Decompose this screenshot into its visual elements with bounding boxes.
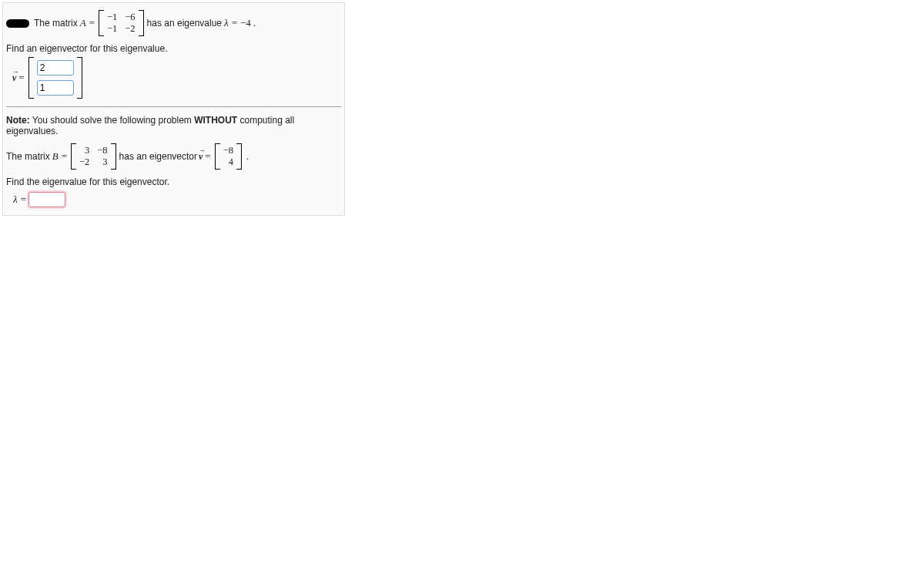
lambda-symbol: λ	[12, 193, 18, 206]
separator	[6, 106, 341, 107]
p2-text-2: has an eigenvector	[119, 151, 197, 162]
eigenvector-v: −8 4	[215, 143, 242, 170]
note-line: Note: You should solve the following pro…	[6, 115, 341, 136]
period: .	[245, 151, 249, 163]
matrix-cell: 3	[97, 156, 107, 168]
matrix-cell: −2	[79, 156, 89, 168]
matrix-cell: −1	[107, 12, 117, 23]
p2-answer-row: λ =	[12, 192, 341, 207]
matrix-cell: 3	[79, 145, 89, 156]
equals-sign: =	[231, 17, 238, 29]
problem-container: The matrix A = −1 −6 −1 −2 has an eigenv…	[2, 2, 345, 216]
matrix-cell: −6	[125, 12, 135, 23]
matrix-B: 3 −8 −2 3	[71, 143, 116, 170]
note-bold: WITHOUT	[194, 115, 237, 126]
p1-answer-row: v =	[12, 57, 341, 99]
equals-sign: =	[20, 193, 27, 206]
eigenvector-input-bottom[interactable]	[37, 80, 74, 96]
p2-text-1: The matrix	[6, 151, 50, 162]
p1-text-1: The matrix	[34, 18, 78, 29]
matrix-A: −1 −6 −1 −2	[99, 10, 144, 36]
redacted-label	[6, 19, 29, 28]
matrix-cell: −8	[97, 145, 107, 156]
eigenvalue-input[interactable]	[28, 192, 65, 207]
vector-v-label: v	[12, 72, 16, 84]
equals-sign: =	[61, 150, 68, 163]
p1-find-prompt: Find an eigenvector for this eigenvalue.	[6, 43, 341, 54]
matrix-A-label: A	[79, 17, 87, 29]
period: .	[253, 18, 256, 29]
vector-cell: −8	[223, 145, 233, 156]
note-text-1: You should solve the following problem	[30, 115, 194, 126]
matrix-cell: −2	[125, 23, 135, 35]
note-prefix: Note:	[6, 115, 30, 126]
eigenvector-input-top[interactable]	[37, 60, 74, 76]
problem1-statement: The matrix A = −1 −6 −1 −2 has an eigenv…	[6, 6, 341, 40]
eigenvector-input-vector	[28, 57, 82, 99]
vector-cell: 4	[223, 156, 233, 168]
problem2-statement: The matrix B = 3 −8 −2 3 has an eigenvec…	[6, 139, 341, 173]
matrix-B-label: B	[52, 150, 59, 163]
equals-sign: =	[89, 17, 95, 29]
matrix-cell: −1	[107, 23, 117, 35]
vector-v-label: v	[199, 151, 203, 163]
lambda-symbol: λ	[223, 17, 229, 29]
p1-text-2: has an eigenvalue	[147, 18, 222, 29]
p2-find-prompt: Find the eigenvalue for this eigenvector…	[6, 176, 341, 187]
lambda-value: −4	[239, 17, 252, 29]
